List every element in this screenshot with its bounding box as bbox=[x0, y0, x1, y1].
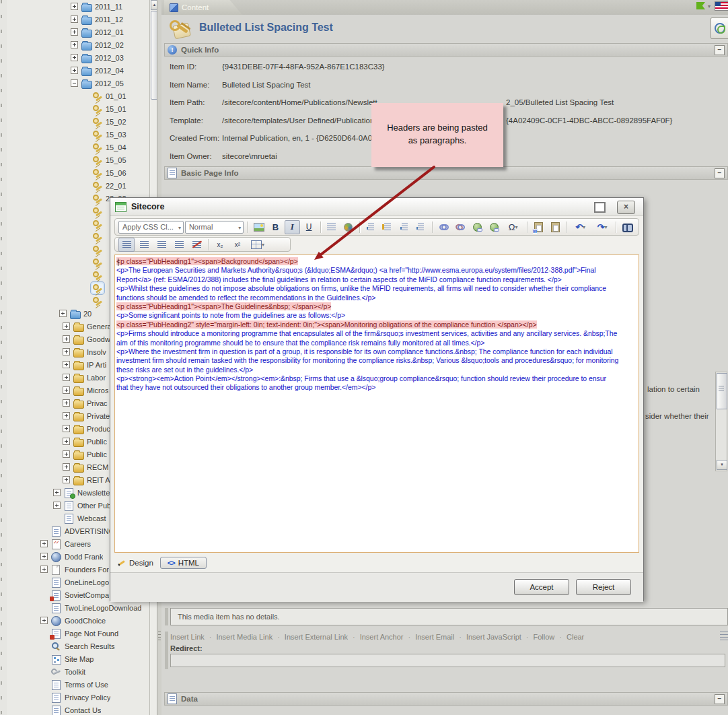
link-action[interactable]: Insert JavaScript bbox=[454, 633, 521, 641]
collapse-icon[interactable]: − bbox=[715, 168, 725, 178]
tree-item[interactable]: 15_03 bbox=[7, 128, 149, 141]
language-flag-icon[interactable] bbox=[715, 1, 728, 11]
tree-item[interactable]: Site Map bbox=[7, 652, 149, 665]
tree-item[interactable]: 2012_02 bbox=[7, 38, 149, 51]
align-center-button[interactable] bbox=[136, 238, 152, 252]
expander-icon[interactable] bbox=[59, 310, 67, 317]
tree-item[interactable]: 22_01 bbox=[7, 179, 149, 192]
tree-item[interactable]: 2012_05 bbox=[7, 77, 149, 90]
expander-icon[interactable] bbox=[63, 438, 70, 445]
indent-button[interactable] bbox=[414, 220, 429, 234]
tree-item[interactable]: Page Not Found bbox=[7, 627, 149, 640]
insert-snippet-button[interactable] bbox=[340, 220, 356, 234]
section-quick-info[interactable]: ! Quick Info − bbox=[164, 43, 728, 57]
insert-image-button[interactable] bbox=[251, 220, 266, 234]
insert-sitecore-link-button[interactable] bbox=[470, 220, 485, 234]
bold-button[interactable]: B bbox=[268, 220, 283, 234]
expander-icon[interactable] bbox=[63, 450, 70, 458]
superscript-button[interactable]: x² bbox=[229, 238, 246, 252]
expander-icon[interactable] bbox=[63, 412, 70, 419]
expander-icon[interactable] bbox=[71, 67, 78, 74]
italic-button[interactable]: I bbox=[285, 220, 300, 234]
expander-icon[interactable] bbox=[71, 15, 78, 23]
link-action[interactable]: Insert External Link bbox=[272, 633, 348, 641]
paragraph-style-dropdown[interactable]: Normal▾ bbox=[185, 221, 244, 234]
splitter-grip[interactable] bbox=[158, 632, 161, 642]
expander-icon[interactable] bbox=[63, 374, 70, 381]
underline-button[interactable]: U bbox=[301, 220, 317, 234]
html-source-editor[interactable]: <p class="PubHeading1"><span>Background<… bbox=[114, 254, 639, 553]
field-scrollbar[interactable]: ▾ bbox=[715, 372, 727, 471]
expander-icon[interactable] bbox=[63, 335, 70, 343]
redirect-input[interactable] bbox=[170, 654, 725, 667]
tab-html[interactable]: <> HTML bbox=[160, 557, 207, 569]
tab-design[interactable]: Design bbox=[117, 559, 153, 568]
remove-alignment-button[interactable] bbox=[188, 238, 205, 252]
scrollbar-grip-icon[interactable] bbox=[720, 632, 728, 640]
insert-table-button[interactable]: ▾ bbox=[247, 238, 268, 252]
tree-item[interactable]: Terms of Use bbox=[7, 678, 149, 691]
expander-icon[interactable] bbox=[63, 425, 70, 432]
expander-icon[interactable] bbox=[53, 502, 61, 509]
expander-icon[interactable] bbox=[63, 348, 70, 355]
profile-card-icon[interactable] bbox=[711, 18, 728, 39]
dialog-titlebar[interactable]: Sitecore bbox=[110, 198, 643, 216]
expander-icon[interactable] bbox=[40, 566, 48, 573]
tree-item[interactable]: 2011_11 bbox=[7, 0, 149, 13]
restore-icon[interactable] bbox=[594, 202, 606, 213]
section-data[interactable]: Data − bbox=[164, 692, 728, 706]
align-right-button[interactable] bbox=[153, 238, 170, 252]
tree-item[interactable]: 15_02 bbox=[7, 115, 149, 128]
tree-item[interactable]: Contact Us bbox=[7, 704, 149, 715]
tree-item[interactable]: 15_05 bbox=[7, 154, 149, 166]
scroll-down-icon[interactable]: ▾ bbox=[717, 460, 727, 470]
accept-button[interactable]: Accept bbox=[514, 579, 569, 595]
expander-icon[interactable] bbox=[71, 41, 78, 48]
paragraph-spacing-button[interactable] bbox=[324, 220, 339, 234]
expander-icon[interactable] bbox=[63, 476, 70, 483]
expander-icon[interactable] bbox=[63, 386, 70, 394]
link-action[interactable]: Insert Email bbox=[404, 633, 455, 641]
paste-button[interactable] bbox=[548, 220, 563, 234]
link-action[interactable]: Insert Anchor bbox=[348, 633, 404, 641]
tree-item[interactable]: Privacy Policy bbox=[7, 691, 149, 704]
insert-link-button[interactable] bbox=[436, 220, 451, 234]
bullet-list-button[interactable] bbox=[380, 220, 396, 234]
tree-item[interactable]: 2012_04 bbox=[7, 64, 149, 77]
tree-item[interactable]: 15_04 bbox=[7, 141, 149, 154]
justify-button[interactable] bbox=[171, 238, 187, 252]
paste-from-word-button[interactable] bbox=[531, 220, 546, 234]
numbered-list-button[interactable] bbox=[363, 220, 379, 234]
tree-item[interactable]: 2012_03 bbox=[7, 51, 149, 64]
scrollbar-thumb[interactable] bbox=[717, 373, 727, 409]
tree-item[interactable]: GoodChoice bbox=[7, 614, 149, 627]
tree-item[interactable]: TwoLineLogoDownload bbox=[7, 601, 149, 614]
tree-item[interactable]: 2011_12 bbox=[7, 13, 149, 26]
tree-item[interactable]: 2012_01 bbox=[7, 26, 149, 38]
expander-icon[interactable] bbox=[63, 322, 70, 330]
special-character-button[interactable]: Ω▾ bbox=[503, 220, 523, 234]
link-action[interactable]: Follow bbox=[521, 633, 554, 641]
expander-icon[interactable] bbox=[71, 79, 78, 87]
expander-icon[interactable] bbox=[71, 28, 78, 36]
align-left-button[interactable] bbox=[118, 238, 135, 252]
section-basic-page-info[interactable]: Basic Page Info − bbox=[164, 166, 728, 180]
tab-content[interactable]: Content bbox=[164, 0, 242, 15]
expander-icon[interactable] bbox=[63, 463, 70, 471]
collapse-icon[interactable]: − bbox=[715, 45, 725, 55]
chevron-down-icon[interactable]: ▾ bbox=[708, 3, 711, 9]
link-action[interactable]: Insert Media Link bbox=[205, 633, 272, 641]
subscript-button[interactable]: x₂ bbox=[212, 238, 228, 252]
tree-item[interactable]: 15_01 bbox=[7, 102, 149, 115]
tree-item[interactable]: Search Results bbox=[7, 640, 149, 652]
bookmark-icon[interactable] bbox=[696, 2, 705, 9]
find-replace-button[interactable] bbox=[620, 220, 635, 234]
close-icon[interactable]: × bbox=[617, 201, 635, 214]
tree-item[interactable]: 01_01 bbox=[7, 90, 149, 102]
collapse-icon[interactable]: − bbox=[715, 694, 725, 704]
expander-icon[interactable] bbox=[71, 54, 78, 61]
expander-icon[interactable] bbox=[63, 399, 70, 407]
expander-icon[interactable] bbox=[71, 3, 78, 10]
expander-icon[interactable] bbox=[40, 540, 48, 547]
reject-button[interactable]: Reject bbox=[576, 579, 631, 595]
